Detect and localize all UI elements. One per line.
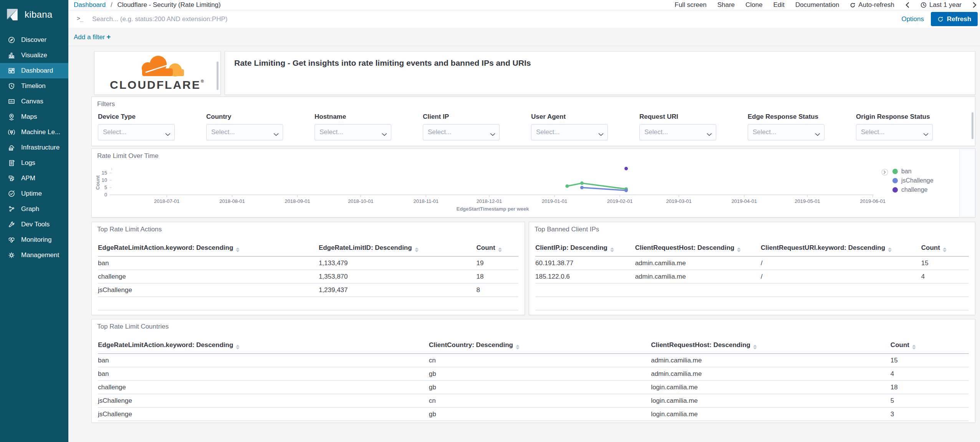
- table-empty-row: [535, 297, 969, 310]
- table-cell-empty: [635, 297, 761, 310]
- rate-limit-chart[interactable]: 2018-07-012018-08-012018-09-012018-10-01…: [92, 149, 975, 217]
- sort-icon: [737, 248, 741, 252]
- sidebar-item-apm[interactable]: APM: [0, 171, 68, 186]
- top-rate-limit-countries-panel: Top Rate Limit Countries EdgeRateLimitAc…: [91, 319, 975, 423]
- column-header-clientip-ip[interactable]: ClientIP.ip: Descending: [535, 240, 635, 256]
- series-point-jschallenge[interactable]: [580, 186, 584, 189]
- kibana-logo-icon: [5, 7, 20, 22]
- nav-action-share[interactable]: Share: [717, 1, 735, 9]
- time-picker-prev-icon[interactable]: [905, 2, 910, 8]
- options-link[interactable]: Options: [901, 10, 924, 28]
- sidebar-item-dashboard[interactable]: Dashboard: [0, 63, 68, 78]
- sidebar-item-machine-learning[interactable]: Machine Le...: [0, 125, 68, 140]
- table-cell: /: [761, 256, 921, 270]
- filter-bar: Add a filter+: [68, 28, 980, 46]
- sidebar-item-management[interactable]: Management: [0, 248, 68, 263]
- time-picker-next-icon[interactable]: [972, 2, 977, 8]
- sidebar-item-label: APM: [21, 174, 35, 182]
- table-cell: admin.camilia.me: [635, 270, 761, 283]
- kibana-logo[interactable]: kibana: [0, 0, 68, 25]
- top-header: Dashboard / Cloudflare - Security (Rate …: [68, 0, 980, 28]
- column-header-edgeratelimitid[interactable]: EdgeRateLimitID: Descending: [319, 240, 477, 256]
- column-header-clientrequesturi-keyword[interactable]: ClientRequestURI.keyword: Descending: [761, 240, 921, 256]
- sort-icon: [888, 248, 892, 252]
- graph-nodes-icon: [8, 205, 15, 213]
- series-point-ban[interactable]: [565, 184, 569, 188]
- filter-select-request-uri[interactable]: Select...: [639, 124, 716, 140]
- table-cell-empty: [921, 297, 969, 310]
- refresh-button[interactable]: Refresh: [931, 12, 978, 26]
- sidebar-item-uptime[interactable]: Uptime: [0, 186, 68, 201]
- table-header-row: EdgeRateLimitAction.keyword: DescendingC…: [98, 337, 969, 354]
- table-row: jsChallengegblogin.camilia.me3: [98, 407, 969, 421]
- sidebar-item-canvas[interactable]: Canvas: [0, 94, 68, 109]
- breadcrumb-dashboard-link[interactable]: Dashboard: [74, 1, 106, 8]
- sidebar-item-logs[interactable]: Logs: [0, 155, 68, 171]
- column-header-edgeratelimitaction-keyword[interactable]: EdgeRateLimitAction.keyword: Descending: [98, 240, 319, 256]
- column-header-clientrequesthost[interactable]: ClientRequestHost: Descending: [651, 337, 891, 354]
- table-cell-empty: [921, 283, 969, 297]
- nav-action-full-screen[interactable]: Full screen: [675, 1, 707, 9]
- legend-item-ban[interactable]: ban: [892, 168, 934, 175]
- time-picker[interactable]: Last 1 year: [920, 1, 962, 9]
- countries-table-title: Top Rate Limit Countries: [97, 323, 169, 331]
- sidebar-item-visualize[interactable]: Visualize: [0, 48, 68, 63]
- legend-item-jschallenge[interactable]: jsChallenge: [892, 177, 934, 184]
- filter-select-origin-response-status[interactable]: Select...: [856, 124, 933, 140]
- select-placeholder: Select...: [536, 125, 560, 140]
- filter-select-user-agent[interactable]: Select...: [531, 124, 608, 140]
- shield-clock-icon: [8, 82, 15, 90]
- sidebar-item-timelion[interactable]: Timelion: [0, 78, 68, 94]
- column-header-count[interactable]: Count: [921, 240, 969, 256]
- add-filter-link[interactable]: Add a filter+: [74, 28, 111, 46]
- column-header-clientrequesthost[interactable]: ClientRequestHost: Descending: [635, 240, 761, 256]
- column-header-edgeratelimitaction-keyword[interactable]: EdgeRateLimitAction.keyword: Descending: [98, 337, 429, 354]
- filter-select-device-type[interactable]: Select...: [98, 124, 175, 140]
- sidebar-item-monitoring[interactable]: Monitoring: [0, 232, 68, 248]
- sidebar-item-infrastructure[interactable]: Infrastructure: [0, 140, 68, 155]
- ml-dots-icon: [8, 128, 15, 136]
- nav-action-edit[interactable]: Edit: [773, 1, 785, 9]
- x-tick-label: 2018-12-01: [477, 198, 502, 204]
- table-empty-row: [535, 283, 969, 297]
- table-row: ban1,133,47919: [98, 256, 518, 270]
- panel-scrollbar[interactable]: [972, 112, 973, 139]
- chevron-down-icon: [598, 131, 604, 138]
- filter-select-edge-response-status[interactable]: Select...: [748, 124, 824, 140]
- x-tick-label: 2018-11-01: [413, 198, 439, 204]
- compass-icon: [8, 36, 15, 44]
- series-point-ban[interactable]: [580, 181, 584, 185]
- sidebar-item-graph[interactable]: Graph: [0, 201, 68, 217]
- refresh-icon: [937, 16, 944, 22]
- column-header-count[interactable]: Count: [891, 337, 969, 354]
- countries-table: EdgeRateLimitAction.keyword: DescendingC…: [98, 337, 969, 421]
- nav-action-clone[interactable]: Clone: [745, 1, 762, 9]
- panel-scrollbar[interactable]: [217, 61, 219, 90]
- legend-item-challenge[interactable]: challenge: [892, 186, 934, 193]
- filter-select-hostname[interactable]: Select...: [315, 124, 391, 140]
- series-point-challenge[interactable]: [624, 167, 628, 170]
- column-header-clientcountry[interactable]: ClientCountry: Descending: [429, 337, 651, 354]
- filter-label: Device Type: [98, 113, 175, 121]
- sidebar-item-discover[interactable]: Discover: [0, 32, 68, 48]
- series-point-jschallenge[interactable]: [624, 189, 628, 192]
- search-input[interactable]: Search... (e.g. status:200 AND extension…: [92, 10, 842, 28]
- nav-action-documentation[interactable]: Documentation: [795, 1, 839, 9]
- column-header-label: Count: [891, 341, 909, 349]
- table-cell: 3: [891, 407, 969, 421]
- sidebar-item-maps[interactable]: Maps: [0, 109, 68, 125]
- filter-select-client-ip[interactable]: Select...: [423, 124, 500, 140]
- bar-chart-icon: [8, 52, 15, 59]
- sidebar-item-dev-tools[interactable]: Dev Tools: [0, 217, 68, 232]
- document-lines-icon: [8, 159, 15, 167]
- table-row: jsChallengecnlogin.camilia.me5: [98, 394, 969, 407]
- table-cell: 19: [477, 256, 519, 270]
- x-tick-label: 2019-04-01: [732, 198, 757, 204]
- dashboard-description-panel: Rate Limiting - Get insights into rate l…: [225, 51, 975, 95]
- x-tick-label: 2019-06-01: [860, 198, 886, 204]
- table-cell: ban: [98, 367, 429, 381]
- legend-toggle-icon[interactable]: [881, 169, 888, 177]
- column-header-count[interactable]: Count: [477, 240, 519, 256]
- nav-action-auto-refresh[interactable]: Auto-refresh: [850, 1, 894, 9]
- filter-select-country[interactable]: Select...: [206, 124, 283, 140]
